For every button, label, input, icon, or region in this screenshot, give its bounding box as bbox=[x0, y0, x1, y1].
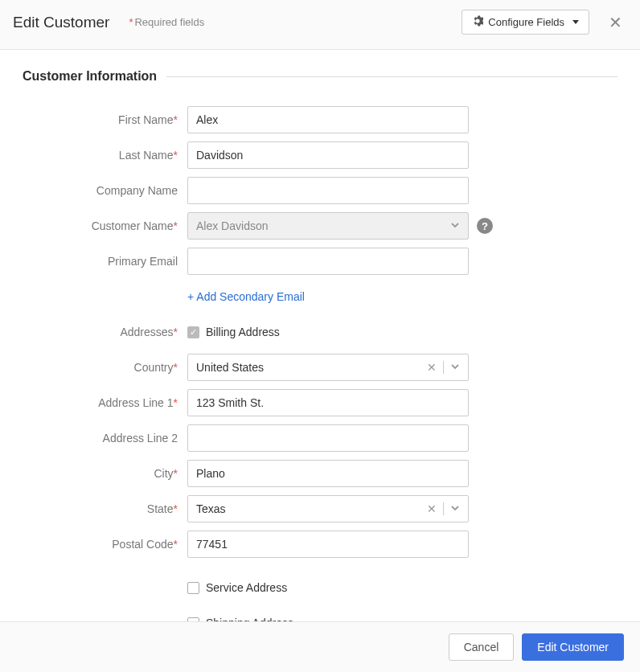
section-divider bbox=[166, 76, 617, 77]
separator bbox=[443, 502, 444, 515]
label-primary-email: Primary Email bbox=[23, 255, 187, 268]
gear-icon bbox=[472, 15, 483, 29]
dialog-title: Edit Customer bbox=[13, 14, 109, 31]
postal-code-input[interactable] bbox=[187, 531, 469, 558]
separator bbox=[443, 361, 444, 374]
billing-address-label: Billing Address bbox=[206, 326, 280, 338]
label-company-name: Company Name bbox=[23, 184, 187, 197]
row-address-1: Address Line 1* bbox=[23, 389, 617, 416]
caret-down-icon bbox=[572, 20, 579, 24]
label-country: Country* bbox=[23, 361, 187, 374]
cancel-button[interactable]: Cancel bbox=[449, 633, 515, 661]
close-button[interactable]: ✕ bbox=[604, 13, 627, 32]
add-secondary-email-link[interactable]: + Add Secondary Email bbox=[187, 290, 305, 303]
section-title: Customer Information bbox=[23, 69, 157, 84]
row-city: City* bbox=[23, 460, 617, 487]
dialog-footer: Cancel Edit Customer bbox=[0, 621, 640, 672]
label-addresses: Addresses* bbox=[23, 326, 187, 338]
customer-name-select[interactable]: Alex Davidson bbox=[187, 212, 469, 240]
chevron-down-icon bbox=[450, 219, 460, 232]
last-name-input[interactable] bbox=[187, 141, 469, 169]
label-state: State* bbox=[23, 502, 187, 515]
dialog-header: Edit Customer *Required fields Configure… bbox=[0, 0, 640, 50]
label-address-2: Address Line 2 bbox=[23, 432, 187, 445]
required-fields-note: *Required fields bbox=[129, 16, 204, 28]
address-line-2-input[interactable] bbox=[187, 424, 469, 452]
row-primary-email: Primary Email bbox=[23, 248, 617, 275]
first-name-input[interactable] bbox=[187, 106, 469, 133]
state-value: Texas bbox=[196, 502, 226, 515]
country-select[interactable]: United States ✕ bbox=[187, 354, 469, 381]
label-first-name: First Name* bbox=[23, 113, 187, 126]
company-name-input[interactable] bbox=[187, 177, 469, 204]
billing-address-checkbox[interactable]: ✓ bbox=[187, 326, 199, 338]
row-addresses: Addresses* ✓ Billing Address bbox=[23, 318, 617, 346]
label-city: City* bbox=[23, 467, 187, 480]
configure-fields-button[interactable]: Configure Fields bbox=[462, 10, 589, 35]
clear-icon[interactable]: ✕ bbox=[427, 361, 437, 374]
row-postal-code: Postal Code* bbox=[23, 531, 617, 558]
state-select[interactable]: Texas ✕ bbox=[187, 495, 469, 522]
city-input[interactable] bbox=[187, 460, 469, 487]
row-company-name: Company Name bbox=[23, 177, 617, 204]
row-service-address: Service Address bbox=[23, 574, 617, 601]
address-line-1-input[interactable] bbox=[187, 389, 469, 416]
row-add-secondary-email: + Add Secondary Email bbox=[23, 283, 617, 310]
label-customer-name: Customer Name* bbox=[23, 219, 187, 232]
row-customer-name: Customer Name* Alex Davidson ? bbox=[23, 212, 617, 240]
row-last-name: Last Name* bbox=[23, 141, 617, 169]
label-last-name: Last Name* bbox=[23, 149, 187, 162]
primary-email-input[interactable] bbox=[187, 248, 469, 275]
clear-icon[interactable]: ✕ bbox=[427, 502, 437, 515]
label-postal-code: Postal Code* bbox=[23, 538, 187, 551]
service-address-checkbox[interactable] bbox=[187, 582, 199, 594]
service-address-label: Service Address bbox=[206, 581, 287, 594]
customer-name-value: Alex Davidson bbox=[196, 219, 269, 232]
row-first-name: First Name* bbox=[23, 106, 617, 133]
chevron-down-icon bbox=[450, 361, 460, 374]
help-icon[interactable]: ? bbox=[477, 218, 493, 234]
submit-button[interactable]: Edit Customer bbox=[522, 633, 624, 661]
label-address-1: Address Line 1* bbox=[23, 396, 187, 409]
row-country: Country* United States ✕ bbox=[23, 354, 617, 381]
row-address-2: Address Line 2 bbox=[23, 424, 617, 452]
configure-fields-label: Configure Fields bbox=[488, 16, 564, 28]
chevron-down-icon bbox=[450, 502, 460, 515]
country-value: United States bbox=[196, 361, 264, 374]
dialog-body: Customer Information First Name* Last Na… bbox=[0, 50, 640, 653]
row-state: State* Texas ✕ bbox=[23, 495, 617, 522]
close-icon: ✕ bbox=[609, 14, 622, 31]
section-header: Customer Information bbox=[23, 69, 617, 84]
